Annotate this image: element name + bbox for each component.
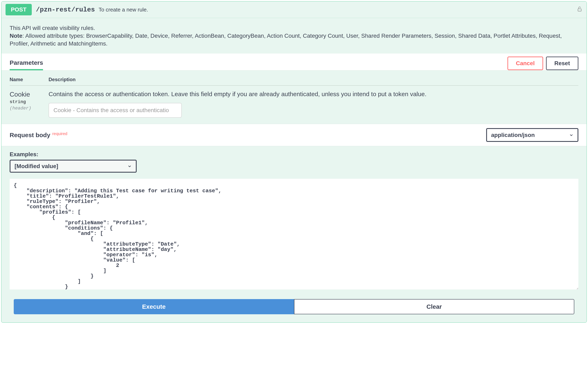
request-body-label: Request body bbox=[10, 132, 50, 139]
request-body-header: Request body required application/json bbox=[1, 124, 587, 146]
parameter-description: Contains the access or authentication to… bbox=[49, 91, 578, 98]
column-header-description: Description bbox=[49, 77, 76, 82]
endpoint-path: /pzn-rest/rules bbox=[36, 6, 95, 13]
parameter-row: Cookie string (header) Contains the acce… bbox=[10, 91, 578, 118]
unlock-icon[interactable] bbox=[577, 6, 582, 13]
description-line: This API will create visibility rules. bbox=[10, 24, 578, 32]
parameters-section: Name Description Cookie string (header) … bbox=[1, 71, 587, 124]
cancel-button[interactable]: Cancel bbox=[508, 57, 543, 70]
actions-row: Execute Clear bbox=[1, 293, 587, 322]
required-badge: required bbox=[52, 131, 67, 136]
http-method-badge: POST bbox=[6, 4, 32, 15]
execute-button[interactable]: Execute bbox=[14, 299, 294, 314]
description-note: Note: Allowed attribute types: BrowserCa… bbox=[10, 32, 578, 48]
note-label: Note bbox=[10, 33, 22, 39]
parameters-table-header: Name Description bbox=[10, 77, 578, 86]
parameters-tab-row: Parameters Cancel Reset bbox=[1, 53, 587, 71]
examples-select[interactable]: [Modified value] bbox=[10, 160, 137, 173]
parameter-meta: Cookie string (header) bbox=[10, 91, 49, 111]
operation-header[interactable]: POST /pzn-rest/rules To create a new rul… bbox=[1, 1, 587, 18]
column-header-name: Name bbox=[10, 77, 49, 82]
endpoint-summary: To create a new rule. bbox=[99, 7, 148, 13]
svg-rect-0 bbox=[578, 9, 581, 11]
api-operation-panel: POST /pzn-rest/rules To create a new rul… bbox=[1, 1, 587, 323]
examples-section: Examples: [Modified value] bbox=[1, 146, 587, 175]
request-body-textarea[interactable]: { "description": "Adding this Test case … bbox=[10, 179, 578, 289]
content-type-select-wrapper: application/json bbox=[486, 128, 578, 142]
note-text: : Allowed attribute types: BrowserCapabi… bbox=[10, 33, 562, 47]
reset-button[interactable]: Reset bbox=[546, 57, 578, 70]
examples-select-wrapper: [Modified value] bbox=[10, 160, 137, 173]
parameter-in: (header) bbox=[10, 106, 49, 111]
parameter-type: string bbox=[10, 99, 49, 104]
content-type-select[interactable]: application/json bbox=[486, 128, 578, 142]
operation-description: This API will create visibility rules. N… bbox=[1, 18, 587, 53]
parameter-description-column: Contains the access or authentication to… bbox=[49, 91, 578, 118]
tab-parameters[interactable]: Parameters bbox=[10, 56, 43, 70]
examples-label: Examples: bbox=[10, 151, 578, 158]
cookie-input[interactable] bbox=[49, 103, 182, 118]
clear-button[interactable]: Clear bbox=[294, 299, 574, 314]
parameter-name: Cookie bbox=[10, 91, 49, 98]
